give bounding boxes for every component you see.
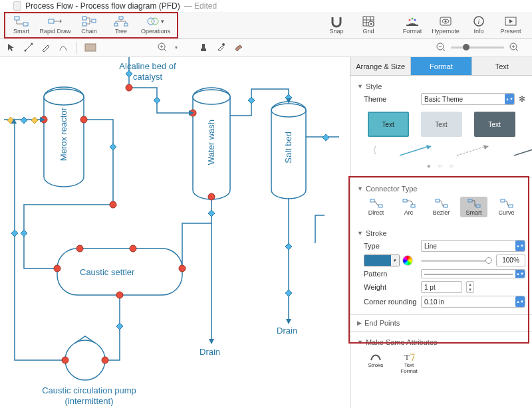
library-icon[interactable] (84, 43, 96, 53)
weight-input[interactable]: 1 pt (421, 281, 462, 293)
canvas[interactable]: Alcaline bed of catalyst Merox reactor W… (0, 57, 350, 408)
rapid-draw-icon (48, 15, 63, 27)
zoom-in-icon-2[interactable] (509, 43, 519, 53)
style-section: ▼Style Theme Basic Theme▲▼ ✻ Text Text T… (350, 76, 532, 177)
inspector-tabs: Arrange & Size Format Text (350, 57, 532, 76)
endpoints-header[interactable]: ▶End Points (357, 319, 525, 327)
svg-point-9 (148, 18, 154, 25)
operations-label: Operations (141, 28, 170, 35)
svg-rect-58 (468, 199, 472, 202)
rapid-draw-label: Rapid Draw (39, 28, 70, 35)
svg-rect-52 (370, 199, 374, 202)
pen-tool-icon[interactable] (41, 43, 51, 53)
svg-rect-4 (82, 23, 86, 26)
chain-label: Chain (81, 28, 97, 35)
prev-icon[interactable]: 〈 (368, 145, 377, 157)
stroke-color-select[interactable]: ▾ (364, 255, 400, 266)
tab-arrange[interactable]: Arrange & Size (350, 57, 411, 75)
page-dots[interactable]: ● ○ ○ (357, 161, 525, 173)
present-button[interactable]: Present (495, 13, 527, 37)
edit-tool-icon[interactable] (59, 43, 68, 53)
make-same-text-format[interactable]: TText Format (397, 352, 421, 374)
drain1-label: Drain (200, 347, 220, 357)
svg-point-36 (271, 104, 306, 117)
hypernote-button[interactable]: Hypernote (428, 13, 463, 37)
svg-point-31 (222, 43, 225, 46)
snap-icon (329, 15, 344, 27)
brush-icon[interactable] (233, 43, 244, 53)
swatch-3[interactable]: Text (474, 112, 515, 137)
zoom-in-icon[interactable] (158, 43, 167, 53)
zoom-out-icon[interactable] (436, 43, 446, 53)
gear-icon[interactable]: ✻ (519, 94, 525, 104)
inspector-sidebar: Arrange & Size Format Text ▼Style Theme … (350, 57, 532, 408)
make-same-stroke[interactable]: Stroke (364, 352, 388, 374)
direct-connector[interactable]: Direct (362, 197, 390, 217)
connector-type-section: ▼Connector Type Direct Arc Bezier Smart … (350, 177, 532, 223)
svg-point-40 (80, 116, 87, 123)
svg-rect-15 (406, 25, 418, 26)
arrow-sample-2[interactable] (454, 144, 491, 158)
smart-button[interactable]: Smart (5, 13, 37, 37)
swatch-2[interactable]: Text (421, 112, 462, 137)
pattern-select[interactable]: ▲▼ (421, 269, 525, 278)
svg-rect-57 (444, 205, 448, 207)
line-tool-icon[interactable] (24, 43, 33, 53)
chain-button[interactable]: Chain (73, 13, 105, 37)
color-wheel-icon[interactable] (402, 255, 413, 266)
stamp-icon[interactable] (199, 43, 208, 53)
sub-toolbar: ▾ (0, 39, 532, 57)
operations-button[interactable]: ▾ Operations (137, 13, 174, 37)
curve-connector[interactable]: Curve (493, 197, 520, 217)
pump-label: Caustic circulation pump (intermittent) (29, 385, 149, 406)
zoom-slider[interactable] (451, 47, 504, 49)
tab-format[interactable]: Format (411, 57, 471, 75)
make-same-header[interactable]: ▼Make Same Attributes (357, 338, 525, 346)
connector-mode-group: Smart Rapid Draw Chain Tree ▾ Operations (5, 13, 174, 37)
svg-rect-59 (476, 205, 480, 207)
connector-type-header[interactable]: ▼Connector Type (357, 185, 525, 193)
bezier-connector[interactable]: Bezier (428, 197, 455, 217)
grid-button[interactable]: Grid (352, 13, 384, 37)
eyedropper-icon[interactable] (216, 43, 225, 53)
svg-point-48 (102, 357, 108, 363)
arc-connector[interactable]: Arc (395, 197, 422, 217)
svg-point-38 (65, 340, 105, 380)
tree-icon (114, 15, 128, 27)
format-button[interactable]: Format (396, 13, 428, 37)
svg-rect-29 (201, 49, 206, 51)
corner-rounding-label: Corner rounding (357, 298, 417, 306)
swatch-1[interactable]: Text (368, 112, 409, 137)
document-title: Process Flow - Process flow diagram (PFD… (25, 1, 180, 11)
tab-text[interactable]: Text (472, 57, 532, 75)
stroke-type-select[interactable]: Line▲▼ (421, 240, 525, 252)
opacity-value[interactable]: 100% (496, 255, 525, 266)
dropdown-icon[interactable]: ▾ (175, 45, 178, 51)
theme-select[interactable]: Basic Theme▲▼ (421, 93, 515, 105)
corner-rounding-select[interactable]: 0.10 in▲▼ (421, 296, 525, 308)
weight-stepper[interactable]: ▲▼ (466, 281, 474, 293)
rapid-draw-button[interactable]: Rapid Draw (37, 13, 73, 37)
svg-point-50 (130, 245, 136, 252)
info-button[interactable]: i Info (463, 13, 495, 37)
svg-rect-54 (403, 199, 407, 202)
style-header[interactable]: ▼Style (357, 82, 525, 90)
pointer-tool-icon[interactable] (7, 43, 16, 53)
stroke-section: ▼Stroke Type Line▲▼ ▾ 100% Pattern ▲▼ We… (350, 223, 532, 314)
arrow-sample-3[interactable] (511, 144, 532, 158)
stroke-header[interactable]: ▼Stroke (357, 229, 525, 237)
svg-point-49 (62, 357, 68, 363)
opacity-slider[interactable] (421, 260, 492, 262)
svg-point-25 (25, 49, 27, 51)
pattern-label: Pattern (357, 270, 417, 278)
smart-connector[interactable]: Smart (460, 197, 487, 217)
tree-button[interactable]: Tree (105, 13, 137, 37)
drain2-label: Drain (277, 326, 297, 336)
svg-rect-3 (82, 17, 86, 20)
svg-rect-27 (85, 44, 96, 51)
svg-point-46 (179, 265, 186, 272)
snap-button[interactable]: Snap (321, 13, 352, 37)
svg-text:i: i (478, 18, 480, 25)
arrow-sample-1[interactable] (397, 144, 434, 158)
svg-point-17 (412, 18, 414, 20)
